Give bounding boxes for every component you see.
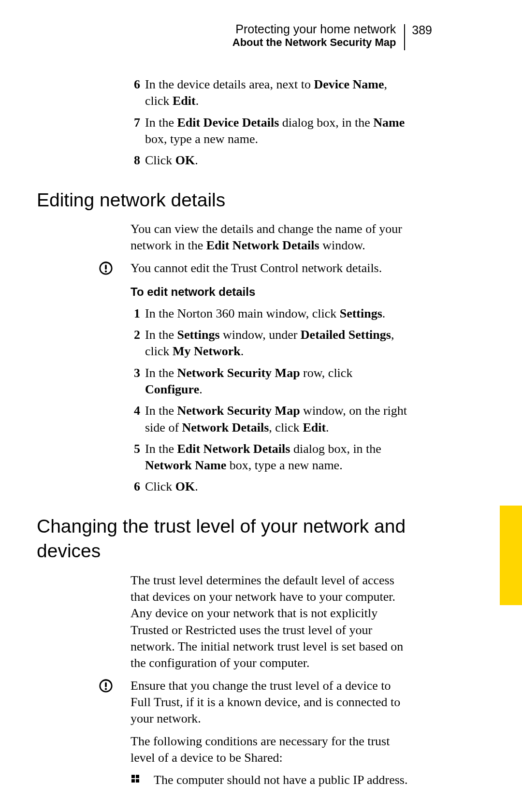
trust-paragraph: The trust level determines the default l… bbox=[130, 572, 411, 672]
step-number: 4 bbox=[123, 403, 140, 419]
step-item: 6Click OK. bbox=[130, 478, 411, 495]
step-number: 6 bbox=[123, 76, 140, 93]
four-square-bullet-icon bbox=[131, 775, 140, 783]
step-item: 8Click OK. bbox=[130, 152, 411, 169]
header-chapter: Protecting your home network bbox=[235, 22, 396, 36]
step-number: 8 bbox=[123, 152, 140, 169]
heading-changing-trust-level: Changing the trust level of your network… bbox=[37, 514, 411, 564]
step-item: 5In the Edit Network Details dialog box,… bbox=[130, 441, 411, 474]
page-header: Protecting your home network About the N… bbox=[232, 22, 432, 49]
step-item: 4In the Network Security Map window, on … bbox=[130, 403, 411, 436]
step-text: In the Settings window, under Detailed S… bbox=[145, 328, 394, 358]
warning-icon bbox=[99, 261, 113, 276]
procedure-title: To edit network details bbox=[130, 284, 411, 300]
header-text-block: Protecting your home network About the N… bbox=[232, 22, 396, 49]
heading-editing-network-details: Editing network details bbox=[37, 188, 411, 212]
bullet-item: The computer should not have a public IP… bbox=[130, 772, 411, 788]
step-number: 7 bbox=[123, 115, 140, 131]
page-number: 389 bbox=[412, 22, 432, 37]
step-number: 2 bbox=[123, 327, 140, 343]
note-text: You cannot edit the Trust Control networ… bbox=[130, 260, 411, 276]
step-item: 3In the Network Security Map row, click … bbox=[130, 365, 411, 398]
note-row: You cannot edit the Trust Control networ… bbox=[130, 260, 411, 276]
procedure-steps-list: 1In the Norton 360 main window, click Se… bbox=[130, 305, 411, 495]
note-row: Ensure that you change the trust level o… bbox=[130, 678, 411, 727]
step-text: Click OK. bbox=[145, 153, 198, 167]
bullet-list: The computer should not have a public IP… bbox=[130, 772, 411, 788]
header-divider bbox=[404, 24, 405, 50]
continued-steps-list: 6In the device details area, next to Dev… bbox=[130, 76, 411, 169]
svg-point-2 bbox=[105, 270, 107, 272]
step-number: 1 bbox=[123, 305, 140, 322]
note-text: Ensure that you change the trust level o… bbox=[130, 678, 411, 727]
step-text: In the Edit Network Details dialog box, … bbox=[145, 442, 381, 472]
step-text: In the Network Security Map row, click C… bbox=[145, 366, 352, 396]
content-column: 6In the device details area, next to Dev… bbox=[130, 76, 411, 788]
step-item: 7In the Edit Device Details dialog box, … bbox=[130, 115, 411, 148]
warning-icon bbox=[99, 679, 113, 693]
svg-rect-4 bbox=[105, 682, 107, 687]
step-text: In the Edit Device Details dialog box, i… bbox=[145, 116, 405, 146]
step-number: 3 bbox=[123, 365, 140, 381]
step-text: In the device details area, next to Devi… bbox=[145, 77, 387, 108]
step-item: 2In the Settings window, under Detailed … bbox=[130, 327, 411, 360]
step-item: 6In the device details area, next to Dev… bbox=[130, 76, 411, 110]
step-item: 1In the Norton 360 main window, click Se… bbox=[130, 305, 411, 322]
step-number: 5 bbox=[123, 441, 140, 457]
section-tab-marker bbox=[500, 506, 522, 605]
step-text: In the Network Security Map window, on t… bbox=[145, 404, 407, 434]
step-text: Click OK. bbox=[145, 479, 198, 493]
page: Protecting your home network About the N… bbox=[0, 0, 522, 812]
svg-rect-1 bbox=[105, 264, 107, 269]
bullet-text: The computer should not have a public IP… bbox=[154, 773, 407, 787]
svg-point-5 bbox=[105, 688, 107, 690]
header-section: About the Network Security Map bbox=[232, 36, 396, 49]
step-number: 6 bbox=[123, 478, 140, 495]
conditions-paragraph: The following conditions are necessary f… bbox=[130, 733, 411, 767]
step-text: In the Norton 360 main window, click Set… bbox=[145, 306, 385, 320]
intro-paragraph: You can view the details and change the … bbox=[130, 221, 411, 254]
